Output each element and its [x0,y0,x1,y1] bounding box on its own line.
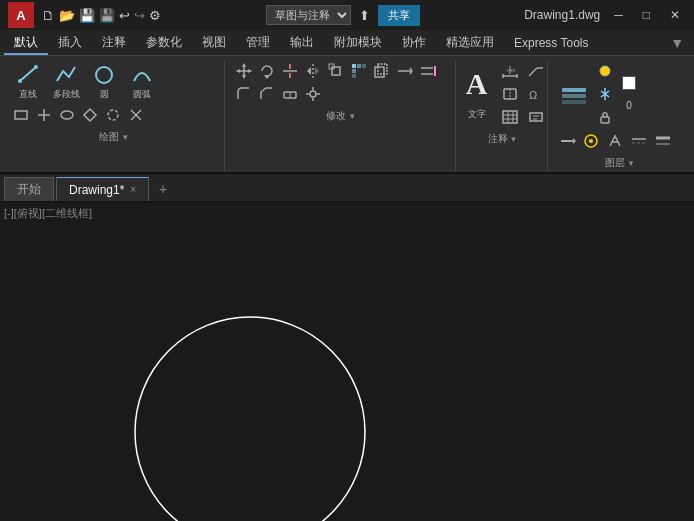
maximize-button[interactable]: □ [637,6,656,24]
tab-drawing[interactable]: Drawing1* × [56,177,149,201]
menu-insert[interactable]: 插入 [48,30,92,55]
open-icon[interactable]: 📂 [59,8,75,23]
svg-point-9 [108,110,118,120]
canvas-area[interactable]: [-][俯视][二维线框] [0,202,694,521]
svg-point-1 [18,79,22,83]
menu-annotation[interactable]: 注释 [92,30,136,55]
chamfer-tool[interactable] [256,83,278,105]
rectangle-tool[interactable] [10,104,32,126]
layer-isolate[interactable] [580,130,602,152]
drawing-canvas[interactable] [0,202,694,521]
stretch-tool[interactable] [394,60,416,82]
layer-color[interactable] [618,72,640,94]
extend-tool[interactable] [417,60,439,82]
menu-express-tools[interactable]: Express Tools [504,30,598,55]
svg-rect-31 [378,64,387,74]
annotation-group-label[interactable]: 注释 ▼ [488,130,518,148]
svg-marker-12 [242,63,246,67]
rotate-tool[interactable] [256,60,278,82]
upload-button[interactable]: ⬆ [359,8,370,23]
workspace-dropdown[interactable]: 草图与注释 [266,5,351,25]
layer-number[interactable]: 0 [618,95,640,117]
markup-tool[interactable]: Ω [525,83,547,105]
copy-tool[interactable] [371,60,393,82]
trim-tool[interactable] [279,60,301,82]
circle-tool-button[interactable] [90,60,118,88]
mirror-tool[interactable] [302,60,324,82]
hatch-tool[interactable] [33,104,55,126]
gradient-tool[interactable] [56,104,78,126]
wipeout-tool[interactable] [125,104,147,126]
scale-tool[interactable] [325,60,347,82]
layer-dropdown-arrow[interactable]: ▼ [627,159,635,168]
svg-rect-67 [562,94,586,98]
modify-dropdown-arrow[interactable]: ▼ [348,112,356,121]
svg-point-74 [589,139,593,143]
erase-tool[interactable] [279,83,301,105]
linetype-control[interactable] [628,130,650,152]
tab-add-button[interactable]: + [151,177,175,201]
annotation-extra[interactable] [525,106,547,128]
draw-dropdown-arrow[interactable]: ▼ [121,133,129,142]
layer-group-label[interactable]: 图层 ▼ [605,154,635,172]
svg-point-7 [61,111,73,119]
dimension-tool[interactable]: dim [499,60,521,82]
svg-point-40 [310,91,316,97]
array-tool[interactable] [348,60,370,82]
settings-icon[interactable]: ⚙ [149,8,161,23]
modify-group-label[interactable]: 修改 ▼ [326,107,356,125]
title-bar-left: A 🗋 📂 💾 💾 ↩ ↪ ⚙ [8,2,161,28]
leader-tool[interactable] [525,60,547,82]
annotation-dropdown-arrow[interactable]: ▼ [510,135,518,144]
fillet-tool[interactable] [233,83,255,105]
svg-rect-63 [530,113,542,121]
menu-featured[interactable]: 精选应用 [436,30,504,55]
share-button[interactable]: 共享 [378,5,420,26]
draw-group-label[interactable]: 绘图 ▼ [99,128,129,146]
save-as-icon[interactable]: 💾 [99,8,115,23]
minimize-button[interactable]: ─ [608,6,629,24]
menu-default[interactable]: 默认 [4,30,48,55]
layer-on-off[interactable] [594,60,616,82]
polyline-tool-button[interactable] [52,60,80,88]
filename-label: Drawing1.dwg [524,8,600,22]
redo-icon[interactable]: ↪ [134,8,145,23]
line-label: 直线 [19,88,37,101]
table-tool[interactable] [499,106,521,128]
undo-icon[interactable]: ↩ [119,8,130,23]
arc-label: 圆弧 [133,88,151,101]
ribbon: 直线 多段线 圆 [0,56,694,174]
boundary-tool[interactable] [79,104,101,126]
layer-freeze[interactable] [594,83,616,105]
move-tool[interactable] [233,60,255,82]
svg-rect-30 [375,67,384,77]
region-tool[interactable] [102,104,124,126]
layer-match[interactable] [556,130,578,152]
menu-output[interactable]: 输出 [280,30,324,55]
menu-addons[interactable]: 附加模块 [324,30,392,55]
svg-point-3 [96,67,112,83]
tabs-bar: 开始 Drawing1* × + [0,174,694,202]
explode-tool[interactable] [302,83,324,105]
menu-collaborate[interactable]: 协作 [392,30,436,55]
menu-overflow[interactable]: ▼ [664,35,690,51]
menu-view[interactable]: 视图 [192,30,236,55]
close-button[interactable]: ✕ [664,6,686,24]
menu-parametric[interactable]: 参数化 [136,30,192,55]
annotation-dim-tool[interactable] [499,83,521,105]
svg-rect-4 [15,111,27,119]
line-tool-button[interactable] [14,60,42,88]
lineweight-control[interactable] [652,130,674,152]
arc-tool-button[interactable] [128,60,156,88]
tab-home[interactable]: 开始 [4,177,54,201]
layer-walk[interactable] [604,130,626,152]
text-tool-button[interactable]: A [459,60,495,108]
svg-marker-21 [307,67,311,75]
new-icon[interactable]: 🗋 [42,8,55,23]
app-menu-button[interactable]: A [8,2,34,28]
menu-manage[interactable]: 管理 [236,30,280,55]
layer-lock[interactable] [594,106,616,128]
layer-properties-button[interactable] [556,76,592,112]
save-icon[interactable]: 💾 [79,8,95,23]
tab-close-button[interactable]: × [130,184,136,195]
